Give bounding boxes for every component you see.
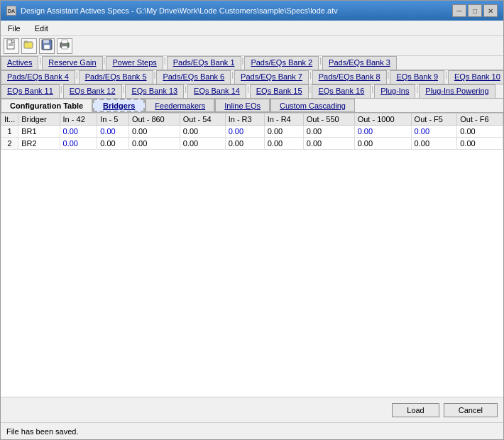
row1-out1000[interactable]: 0.00 xyxy=(354,126,411,138)
toolbar xyxy=(1,36,503,56)
tab-pads-eqs-bank8[interactable]: Pads/EQs Bank 8 xyxy=(312,70,387,84)
row1-out550[interactable]: 0.00 xyxy=(303,126,354,138)
tab-eqs-bank10[interactable]: EQs Bank 10 xyxy=(448,70,503,84)
row2-inr4[interactable]: 0.00 xyxy=(264,138,303,150)
menu-edit[interactable]: Edit xyxy=(31,23,53,34)
col-header-out550: Out - 550 xyxy=(303,114,354,126)
row1-in5[interactable]: 0.00 xyxy=(97,126,129,138)
row2-out550[interactable]: 0.00 xyxy=(303,138,354,150)
tabs-row-2: Pads/EQs Bank 4 | Pads/EQs Bank 5 | Pads… xyxy=(1,70,503,84)
content-area: It... Bridger In - 42 In - 5 Out - 860 O… xyxy=(1,113,503,397)
col-header-num: It... xyxy=(1,114,18,126)
minimize-button[interactable]: ─ xyxy=(452,4,466,17)
row2-bridger: BR2 xyxy=(18,138,60,150)
table-row: 1 BR1 0.00 0.00 0.00 0.00 0.00 0.00 0.00… xyxy=(1,126,503,138)
print-icon xyxy=(59,39,70,53)
row1-outf5[interactable]: 0.00 xyxy=(411,126,457,138)
row2-out1000[interactable]: 0.00 xyxy=(354,138,411,150)
row1-out54[interactable]: 0.00 xyxy=(180,126,225,138)
tab-pads-eqs-bank7[interactable]: Pads/EQs Bank 7 xyxy=(234,70,309,84)
row1-bridger: BR1 xyxy=(18,126,60,138)
col-header-outf6: Out - F6 xyxy=(457,114,503,126)
new-icon xyxy=(6,39,17,53)
bottom-buttons: Load Cancel xyxy=(1,397,503,422)
row2-out860[interactable]: 0.00 xyxy=(128,138,180,150)
table-row: 2 BR2 0.00 0.00 0.00 0.00 0.00 0.00 0.00… xyxy=(1,138,503,150)
tab-pads-eqs-bank4[interactable]: Pads/EQs Bank 4 xyxy=(1,70,75,84)
title-bar-left: DA Design Assistant Actives Specs - G:\M… xyxy=(6,6,338,16)
row1-in42[interactable]: 0.00 xyxy=(60,126,97,138)
row1-outf6[interactable]: 0.00 xyxy=(457,126,503,138)
title-controls: ─ □ ✕ xyxy=(452,4,498,17)
open-button[interactable] xyxy=(21,38,37,54)
row2-inr3[interactable]: 0.00 xyxy=(225,138,264,150)
row2-in42[interactable]: 0.00 xyxy=(60,138,97,150)
tabs-row-3: EQs Bank 11 | EQs Bank 12 | EQs Bank 13 … xyxy=(1,84,503,99)
data-table: It... Bridger In - 42 In - 5 Out - 860 O… xyxy=(1,113,503,150)
row2-outf5[interactable]: 0.00 xyxy=(411,138,457,150)
col-header-inr3: In - R3 xyxy=(225,114,264,126)
row2-outf6[interactable]: 0.00 xyxy=(457,138,503,150)
status-bar: File has been saved. xyxy=(1,422,503,439)
svg-rect-6 xyxy=(43,40,49,43)
tab-pads-eqs-bank3[interactable]: Pads/EQs Bank 3 xyxy=(322,56,397,70)
print-button[interactable] xyxy=(57,38,72,54)
cancel-button[interactable]: Cancel xyxy=(444,403,498,417)
row1-inr3[interactable]: 0.00 xyxy=(225,126,264,138)
row2-out54[interactable]: 0.00 xyxy=(180,138,225,150)
tab-eqs-bank12[interactable]: EQs Bank 12 xyxy=(63,84,122,98)
tab-actives[interactable]: Actives xyxy=(1,56,38,70)
menu-bar: File Edit xyxy=(1,21,503,36)
title-bar: DA Design Assistant Actives Specs - G:\M… xyxy=(1,1,503,21)
col-header-in5: In - 5 xyxy=(97,114,129,126)
col-header-outf5: Out - F5 xyxy=(411,114,457,126)
menu-file[interactable]: File xyxy=(4,23,25,34)
new-button[interactable] xyxy=(4,38,19,54)
svg-point-11 xyxy=(67,44,68,45)
window-title: Design Assistant Actives Specs - G:\My D… xyxy=(21,6,338,15)
row1-num: 1 xyxy=(1,126,18,138)
subtab-configuration-table[interactable]: Configuration Table xyxy=(1,99,92,112)
col-header-out54: Out - 54 xyxy=(180,114,225,126)
svg-rect-4 xyxy=(24,41,28,43)
tab-eqs-bank11[interactable]: EQs Bank 11 xyxy=(1,84,60,98)
tab-reserve-gain[interactable]: Reserve Gain xyxy=(42,56,102,70)
svg-rect-7 xyxy=(44,45,50,49)
svg-rect-10 xyxy=(62,46,67,49)
status-message: File has been saved. xyxy=(6,427,79,436)
tab-plug-ins-powering[interactable]: Plug-Ins Powering xyxy=(419,84,495,98)
svg-rect-9 xyxy=(62,40,67,43)
col-header-in42: In - 42 xyxy=(60,114,97,126)
subtab-inline-eqs[interactable]: Inline EQs xyxy=(215,99,270,112)
subtabs-row: Configuration Table Bridgers Feedermaker… xyxy=(1,99,503,113)
tab-plug-ins[interactable]: Plug-Ins xyxy=(374,84,415,98)
tab-pads-eqs-bank5[interactable]: Pads/EQs Bank 5 xyxy=(79,70,153,84)
tab-pads-eqs-bank1[interactable]: Pads/EQs Bank 1 xyxy=(167,56,241,70)
col-header-inr4: In - R4 xyxy=(264,114,303,126)
close-button[interactable]: ✕ xyxy=(483,4,498,17)
subtab-bridgers[interactable]: Bridgers xyxy=(93,99,145,112)
tab-eqs-bank14[interactable]: EQs Bank 14 xyxy=(187,84,246,98)
row1-out860[interactable]: 0.00 xyxy=(128,126,180,138)
row1-inr4[interactable]: 0.00 xyxy=(264,126,303,138)
tab-pads-eqs-bank6[interactable]: Pads/EQs Bank 6 xyxy=(156,70,231,84)
save-button[interactable] xyxy=(39,38,55,54)
main-window: DA Design Assistant Actives Specs - G:\M… xyxy=(0,0,504,440)
tab-power-steps[interactable]: Power Steps xyxy=(106,56,163,70)
tab-eqs-bank16[interactable]: EQs Bank 16 xyxy=(312,84,371,98)
tab-eqs-bank13[interactable]: EQs Bank 13 xyxy=(125,84,184,98)
col-header-out860: Out - 860 xyxy=(128,114,180,126)
subtab-feedermakers[interactable]: Feedermakers xyxy=(146,99,214,112)
tab-eqs-bank9[interactable]: EQs Bank 9 xyxy=(390,70,444,84)
open-icon xyxy=(23,39,35,53)
save-icon xyxy=(41,39,53,53)
subtab-custom-cascading[interactable]: Custom Cascading xyxy=(270,99,355,112)
tab-eqs-bank15[interactable]: EQs Bank 15 xyxy=(250,84,309,98)
row2-in5[interactable]: 0.00 xyxy=(97,138,129,150)
col-header-out1000: Out - 1000 xyxy=(354,114,411,126)
load-button[interactable]: Load xyxy=(392,403,439,417)
row2-num: 2 xyxy=(1,138,18,150)
table-header-row: It... Bridger In - 42 In - 5 Out - 860 O… xyxy=(1,114,503,126)
maximize-button[interactable]: □ xyxy=(468,4,482,17)
tab-pads-eqs-bank2[interactable]: Pads/EQs Bank 2 xyxy=(244,56,319,70)
